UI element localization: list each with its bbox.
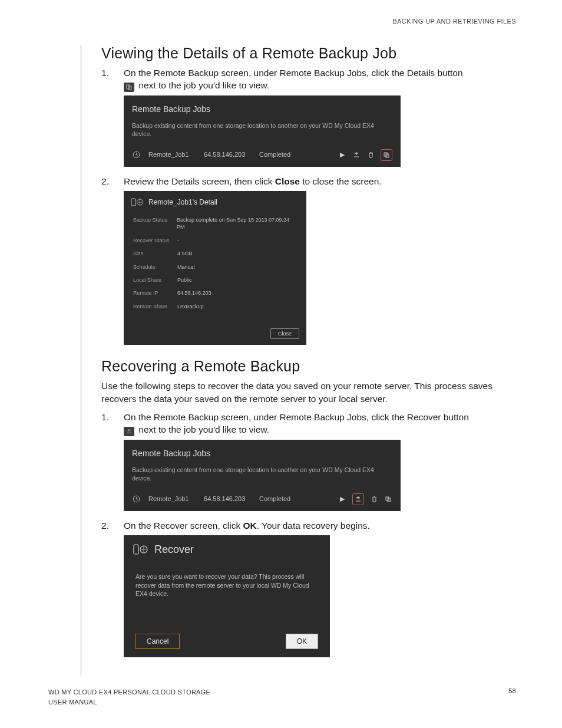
kv-value: Public <box>177 276 192 284</box>
kv-value: LexBackup <box>177 303 204 310</box>
kv-row: ScheduleManual <box>133 261 297 274</box>
kv-row: Local SharePublic <box>133 274 297 286</box>
ok-button[interactable]: OK <box>286 634 318 649</box>
kv-row: Backup StatusBackup complete on Sun Sep … <box>133 213 297 234</box>
page-footer: WD MY CLOUD EX4 PERSONAL CLOUD STORAGE U… <box>48 687 516 707</box>
remote-backup-jobs-panel: Remote Backup Jobs Backup existing conte… <box>124 95 401 166</box>
step-text: . Your data recovery begins. <box>257 521 370 531</box>
job-actions: ▶ <box>338 493 392 505</box>
step-text: next to the job you'd like to view. <box>138 80 269 90</box>
panel-subtitle: Backup existing content from one storage… <box>132 466 392 483</box>
detail-kv-list: Backup StatusBackup complete on Sun Sep … <box>124 213 306 313</box>
job-name: Remote_Job1 <box>148 495 196 503</box>
kv-key: Local Share <box>133 276 177 284</box>
main-content: Viewing the Details of a Remote Backup J… <box>81 45 516 676</box>
close-bold: Close <box>275 176 300 186</box>
kv-key: Recover Status <box>133 237 177 244</box>
recover-title: Recover <box>154 542 194 557</box>
job-status: Completed <box>259 150 330 159</box>
page-number: 58 <box>508 687 516 707</box>
kv-value: Backup complete on Sun Sep 15 2013 07:09… <box>177 216 297 231</box>
recovering-step-2: On the Recover screen, click OK. Your da… <box>101 519 516 657</box>
job-status: Completed <box>259 495 330 503</box>
recovering-step-1: On the Remote Backup screen, under Remot… <box>101 411 516 511</box>
kv-row: Remote ShareLexBackup <box>133 300 297 313</box>
svg-rect-5 <box>131 199 135 206</box>
details-icon <box>124 83 134 92</box>
job-row: Remote_Job1 64.58.146.203 Completed ▶ <box>132 493 392 505</box>
cancel-button[interactable]: Cancel <box>135 634 180 649</box>
section-heading-viewing: Viewing the Details of a Remote Backup J… <box>101 45 516 62</box>
viewing-step-2: Review the Details screen, then click Cl… <box>101 175 516 345</box>
recover-icon[interactable] <box>352 151 361 159</box>
step-text: On the Remote Backup screen, under Remot… <box>124 68 463 78</box>
kv-key: Size <box>133 250 177 257</box>
remote-backup-jobs-panel: Remote Backup Jobs Backup existing conte… <box>124 440 401 510</box>
step-text: On the Remote Backup screen, under Remot… <box>124 412 469 422</box>
close-button[interactable]: Close <box>270 328 299 339</box>
details-icon[interactable] <box>384 495 392 503</box>
step-text: next to the job you'd like to view. <box>138 424 269 434</box>
devices-icon <box>131 197 144 207</box>
footer-product: WD MY CLOUD EX4 PERSONAL CLOUD STORAGE <box>48 687 210 697</box>
job-ip: 64.58.146.203 <box>204 495 251 503</box>
recover-icon[interactable] <box>352 493 364 505</box>
devices-icon <box>133 543 148 555</box>
kv-key: Backup Status <box>133 216 177 231</box>
job-name: Remote_Job1 <box>148 150 196 159</box>
kv-row: Recover Status- <box>133 234 297 247</box>
trash-icon[interactable] <box>370 495 378 503</box>
kv-key: Remote IP <box>133 289 177 297</box>
clock-icon <box>132 151 140 159</box>
job-row: Remote_Job1 64.58.146.203 Completed ▶ <box>132 149 392 161</box>
recover-header: Recover <box>124 535 330 564</box>
job-ip: 64.58.146.203 <box>204 150 251 159</box>
kv-value: 64.58.146.203 <box>177 289 211 297</box>
recovering-steps: On the Remote Backup screen, under Remot… <box>101 411 516 657</box>
kv-value: 4.5GB <box>177 250 193 257</box>
recover-dialog: Recover Are you sure you want to recover… <box>124 535 330 657</box>
detail-footer: Close <box>124 313 306 345</box>
detail-header: Remote_Job1's Detail <box>124 191 306 213</box>
kv-row: Remote IP64.58.146.203 <box>133 286 297 299</box>
detail-title: Remote_Job1's Detail <box>148 197 217 207</box>
svg-rect-10 <box>134 545 138 554</box>
play-icon[interactable]: ▶ <box>338 151 346 159</box>
running-header: BACKING UP AND RETRIEVING FILES <box>48 18 516 25</box>
job-detail-panel: Remote_Job1's Detail Backup StatusBackup… <box>124 191 306 345</box>
kv-key: Schedule <box>133 263 177 271</box>
trash-icon[interactable] <box>366 151 375 159</box>
section-heading-recovering: Recovering a Remote Backup <box>101 358 516 375</box>
recover-footer: Cancel OK <box>124 628 330 657</box>
kv-value: Manual <box>177 263 195 271</box>
panel-title: Remote Backup Jobs <box>132 448 392 459</box>
recover-body-text: Are you sure you want to recover your da… <box>124 564 330 628</box>
step-text: Review the Details screen, then click <box>124 176 275 186</box>
footer-manual: USER MANUAL <box>48 697 210 707</box>
ok-bold: OK <box>243 521 256 531</box>
details-icon[interactable] <box>381 149 392 161</box>
step-text: to close the screen. <box>300 176 382 186</box>
clock-icon <box>132 495 140 503</box>
recovering-intro: Use the following steps to recover the d… <box>101 380 516 405</box>
kv-row: Size4.5GB <box>133 247 297 260</box>
panel-subtitle: Backup existing content from one storage… <box>132 121 392 139</box>
job-actions: ▶ <box>338 149 392 161</box>
recover-icon <box>124 427 134 436</box>
viewing-steps: On the Remote Backup screen, under Remot… <box>101 67 516 345</box>
panel-title: Remote Backup Jobs <box>132 104 392 115</box>
kv-value: - <box>177 237 179 244</box>
step-text: On the Recover screen, click <box>124 521 243 531</box>
play-icon[interactable]: ▶ <box>338 495 346 503</box>
viewing-step-1: On the Remote Backup screen, under Remot… <box>101 67 516 167</box>
kv-key: Remote Share <box>133 303 177 310</box>
